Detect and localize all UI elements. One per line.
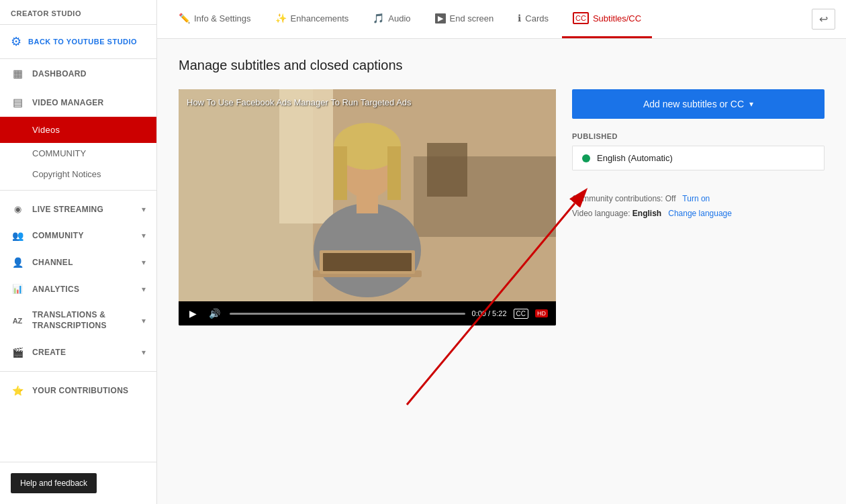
video-manager-label: VIDEO MANAGER (32, 98, 146, 107)
channel-label: CHANNEL (32, 258, 142, 267)
svg-rect-2 (279, 89, 333, 223)
tab-audio-label: Audio (388, 13, 410, 23)
language-name: English (Automatic) (597, 153, 673, 163)
sidebar-header: CREATOR STUDIO (0, 0, 156, 25)
page-title: Manage subtitles and closed captions (179, 58, 825, 73)
sidebar-item-playlists[interactable]: COMMUNITY (0, 143, 156, 164)
contributions-label: YOUR CONTRIBUTIONS (32, 386, 146, 395)
published-label: PUBLISHED (572, 132, 825, 140)
back-to-youtube-studio[interactable]: ⚙ BACK TO YOUTUBE STUDIO (0, 25, 156, 59)
community-label: COMMUNITY (32, 231, 142, 240)
tab-cards[interactable]: ℹ Cards (507, 1, 559, 38)
sidebar-item-analytics[interactable]: 📊 ANALYTICS ▾ (0, 276, 156, 302)
screen-icon: ▶ (435, 13, 446, 23)
tab-info-label: Info & Settings (194, 13, 251, 23)
volume-button[interactable]: 🔊 (206, 307, 223, 320)
status-dot-published (582, 154, 590, 162)
music-icon: 🎵 (373, 13, 384, 23)
svg-rect-8 (387, 146, 401, 200)
tab-audio[interactable]: 🎵 Audio (362, 1, 421, 38)
tab-enhancements-label: Enhancements (291, 13, 349, 23)
sidebar-bottom: Help and feedback (0, 462, 156, 504)
sidebar-item-create[interactable]: 🎬 CREATE ▾ (0, 339, 156, 366)
tab-end-screen[interactable]: ▶ End screen (424, 1, 505, 38)
chevron-down-icon-5: ▾ (142, 316, 146, 325)
sidebar-item-your-contributions[interactable]: ⭐ YOUR CONTRIBUTIONS (0, 377, 156, 404)
chevron-down-icon-2: ▾ (142, 231, 146, 240)
info-circle-icon: ℹ (518, 13, 521, 23)
sidebar-item-dashboard[interactable]: ▦ DASHBOARD (0, 59, 156, 88)
add-subtitles-button[interactable]: Add new subtitles or CC ▾ (572, 89, 825, 119)
sidebar-item-channel[interactable]: 👤 CHANNEL ▾ (0, 249, 156, 276)
content-layout: How To Use Facebook Ads Manager To Run T… (179, 89, 825, 325)
sidebar-item-videos[interactable]: Videos (0, 117, 156, 143)
back-label: BACK TO YOUTUBE STUDIO (28, 37, 137, 46)
sidebar: CREATOR STUDIO ⚙ BACK TO YOUTUBE STUDIO … (0, 0, 157, 504)
svg-rect-4 (427, 143, 467, 197)
language-item-english[interactable]: English (Automatic) (572, 146, 825, 170)
published-section: PUBLISHED English (Automatic) (572, 132, 825, 170)
analytics-icon: 📊 (11, 284, 24, 294)
video-language-label: Video language: (572, 209, 632, 218)
chevron-down-icon-3: ▾ (142, 258, 146, 267)
create-label: CREATE (32, 348, 142, 357)
video-manager-icon: ▤ (11, 96, 24, 109)
community-contributions-label: Community contributions: (572, 194, 665, 203)
svg-rect-7 (334, 146, 347, 200)
cc-control[interactable]: CC (514, 309, 528, 319)
sidebar-item-copyright[interactable]: Copyright Notices (0, 164, 156, 185)
right-panel: Add new subtitles or CC ▾ PUBLISHED Engl… (572, 89, 825, 221)
translations-icon: AZ (11, 317, 24, 325)
add-subtitles-label: Add new subtitles or CC (643, 99, 744, 109)
create-icon: 🎬 (11, 347, 24, 358)
video-thumbnail: How To Use Facebook Ads Manager To Run T… (179, 89, 556, 301)
chevron-down-icon: ▾ (142, 205, 146, 214)
tab-subtitles-label: Subtitles/CC (593, 13, 641, 23)
tab-info-settings[interactable]: ✏️ Info & Settings (168, 1, 262, 38)
video-player: How To Use Facebook Ads Manager To Run T… (179, 89, 556, 325)
tab-enhancements[interactable]: ✨ Enhancements (265, 1, 360, 38)
community-info: Community contributions: Off Turn on Vid… (572, 192, 825, 221)
turn-on-link[interactable]: Turn on (682, 194, 710, 203)
dropdown-arrow-icon: ▾ (749, 99, 753, 109)
translations-label: TRANSLATIONS & TRANSCRIPTIONS (32, 310, 142, 331)
cc-icon: CC (573, 12, 589, 24)
videos-label: Videos (11, 125, 146, 135)
dashboard-icon: ▦ (11, 67, 24, 80)
dashboard-label: DASHBOARD (32, 69, 146, 79)
page-body: Manage subtitles and closed captions How… (157, 39, 846, 504)
copyright-label: Copyright Notices (32, 169, 101, 179)
hd-control[interactable]: HD (535, 309, 548, 317)
pencil-icon: ✏️ (179, 13, 190, 23)
back-button[interactable]: ↩ (812, 9, 835, 30)
channel-icon: 👤 (11, 257, 24, 268)
sidebar-item-video-manager[interactable]: ▤ VIDEO MANAGER (0, 88, 156, 117)
tab-subtitles[interactable]: CC Subtitles/CC (562, 0, 652, 38)
main-content: ✏️ Info & Settings ✨ Enhancements 🎵 Audi… (157, 0, 846, 504)
divider-2 (0, 371, 156, 372)
divider-1 (0, 190, 156, 191)
tab-end-screen-label: End screen (450, 13, 494, 23)
sidebar-item-community[interactable]: 👥 COMMUNITY ▾ (0, 222, 156, 249)
gear-icon: ⚙ (11, 34, 21, 49)
progress-bar[interactable] (230, 313, 465, 315)
contributions-icon: ⭐ (11, 385, 24, 396)
sidebar-item-translations[interactable]: AZ TRANSLATIONS & TRANSCRIPTIONS ▾ (0, 302, 156, 339)
analytics-label: ANALYTICS (32, 285, 142, 294)
svg-rect-10 (357, 193, 378, 213)
community-icon: 👥 (11, 230, 24, 241)
change-language-link[interactable]: Change language (668, 209, 732, 218)
sidebar-item-live-streaming[interactable]: ◉ LIVE STREAMING ▾ (0, 196, 156, 222)
tabs-bar: ✏️ Info & Settings ✨ Enhancements 🎵 Audi… (157, 0, 846, 39)
contributions-status: Off (665, 194, 676, 203)
live-streaming-label: LIVE STREAMING (32, 205, 142, 214)
video-frame-svg (179, 89, 556, 301)
svg-rect-13 (323, 253, 412, 271)
tab-cards-label: Cards (525, 13, 549, 23)
play-button[interactable]: ▶ (187, 307, 199, 320)
video-controls: ▶ 🔊 0:00 / 5:22 CC HD (179, 301, 556, 325)
chevron-down-icon-6: ▾ (142, 348, 146, 357)
help-feedback-button[interactable]: Help and feedback (11, 473, 97, 493)
video-title-overlay: How To Use Facebook Ads Manager To Run T… (187, 97, 412, 107)
video-language-value: English (632, 209, 661, 218)
